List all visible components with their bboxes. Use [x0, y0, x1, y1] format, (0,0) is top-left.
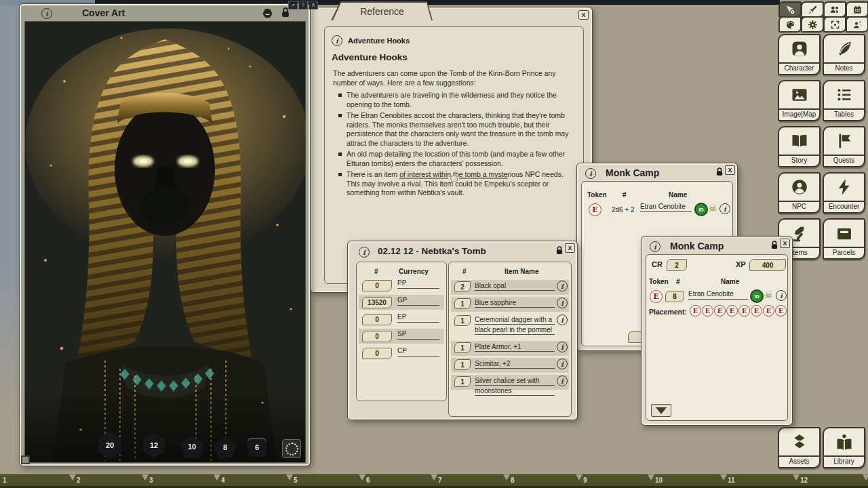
- currency-name[interactable]: SP: [397, 330, 439, 340]
- placement-token[interactable]: E: [775, 305, 787, 317]
- currency-qty-field[interactable]: 0: [362, 314, 392, 325]
- sidebar-button-encounter[interactable]: Encounter: [823, 172, 865, 214]
- npc-name-field[interactable]: Etran Cenobite: [640, 203, 692, 212]
- sidebar-button-assets[interactable]: Assets: [778, 427, 821, 468]
- item-qty-field[interactable]: 2: [454, 281, 471, 292]
- titlebar[interactable]: Monk Camp: [642, 237, 792, 254]
- sidebar-button-story[interactable]: Story: [778, 126, 821, 167]
- skull-icon[interactable]: ☠: [707, 203, 718, 214]
- list-item: The Etran Cenobites accost the character…: [338, 111, 570, 148]
- tool-combat-button[interactable]: [801, 1, 824, 18]
- npc-name-field[interactable]: Etran Cenobite: [688, 290, 748, 300]
- item-qty-field[interactable]: 1: [454, 342, 471, 353]
- tool-pointer-button[interactable]: [778, 1, 802, 18]
- info-icon[interactable]: [557, 342, 568, 352]
- cr-field[interactable]: 2: [667, 259, 687, 271]
- close-button[interactable]: X: [780, 239, 790, 248]
- item-name-field[interactable]: Black opal: [475, 281, 555, 291]
- die-d6[interactable]: 6: [248, 438, 267, 457]
- item-name-field[interactable]: Scimitar, +2: [475, 359, 555, 369]
- placement-token[interactable]: E: [690, 305, 701, 317]
- token-targeting-button[interactable]: [282, 439, 301, 458]
- npc-token[interactable]: E: [650, 290, 663, 303]
- info-icon[interactable]: [557, 359, 568, 369]
- npc-token[interactable]: E: [589, 203, 601, 216]
- item-name-field[interactable]: Plate Armor, +1: [475, 342, 555, 352]
- info-icon[interactable]: [557, 281, 568, 291]
- scroll-down-button[interactable]: [651, 404, 671, 417]
- titlebar[interactable]: 02.12 12 - Nebtka's Tomb: [348, 241, 577, 260]
- info-icon[interactable]: [557, 298, 568, 308]
- tool-targeting-button[interactable]: [823, 16, 846, 33]
- info-icon[interactable]: [650, 241, 660, 252]
- close-button[interactable]: X: [309, 1, 318, 9]
- id-badge[interactable]: ID: [750, 289, 764, 303]
- info-icon[interactable]: [585, 168, 596, 179]
- currency-qty-field[interactable]: 0: [362, 331, 392, 342]
- cover-art-titlebar[interactable]: Cover Art: [20, 4, 310, 21]
- currency-name[interactable]: CP: [397, 347, 439, 357]
- item-qty-field[interactable]: 1: [454, 315, 471, 326]
- placement-token[interactable]: E: [702, 305, 713, 317]
- help-button[interactable]: ?: [298, 1, 308, 9]
- column-header-count: #: [676, 278, 680, 285]
- window-title: Monk Camp: [670, 241, 724, 251]
- info-icon[interactable]: [332, 35, 342, 46]
- titlebar[interactable]: Monk Camp: [577, 163, 737, 181]
- currency-name[interactable]: EP: [397, 313, 439, 323]
- item-name-field[interactable]: Blue sapphire: [475, 298, 555, 308]
- info-icon[interactable]: [557, 314, 568, 325]
- sidebar-button-notes[interactable]: Notes: [823, 34, 865, 75]
- close-button[interactable]: X: [565, 243, 575, 253]
- npc-count-field[interactable]: 8: [665, 291, 684, 302]
- sidebar-button-parcels[interactable]: Parcels: [823, 218, 865, 260]
- tool-options-button[interactable]: [801, 16, 824, 33]
- sidebar-button-library[interactable]: Library: [823, 427, 865, 468]
- tool-calendar-button[interactable]: [846, 1, 868, 18]
- info-icon[interactable]: [557, 375, 568, 386]
- items-panel: # Item Name 2 Black opal 1 Blue sapphire…: [448, 262, 572, 417]
- placement-token[interactable]: E: [714, 305, 726, 317]
- reference-tab[interactable]: Reference: [331, 1, 433, 20]
- info-icon[interactable]: [359, 247, 370, 258]
- sidebar-button-quests[interactable]: Quests: [823, 126, 865, 167]
- resize-grip[interactable]: [21, 455, 30, 464]
- item-name-field[interactable]: Silver chalice set with moonstones: [475, 375, 555, 396]
- close-button[interactable]: X: [725, 165, 735, 175]
- currency-name[interactable]: GP: [397, 296, 439, 306]
- xp-field[interactable]: 400: [749, 259, 786, 271]
- tool-colors-button[interactable]: [778, 16, 802, 33]
- sidebar-button-character[interactable]: Character: [778, 34, 821, 75]
- currency-name[interactable]: PP: [397, 279, 439, 289]
- sidebar-button-image-map[interactable]: Image|Map: [778, 80, 821, 121]
- info-icon[interactable]: [41, 8, 52, 19]
- shared-icon[interactable]: [262, 7, 273, 22]
- item-qty-field[interactable]: 1: [454, 376, 471, 387]
- currency-qty-field[interactable]: 0: [362, 348, 392, 359]
- tool-effects-button[interactable]: [846, 16, 868, 33]
- currency-qty-field[interactable]: 13520: [362, 297, 392, 308]
- item-qty-field[interactable]: 1: [454, 359, 471, 370]
- item-qty-field[interactable]: 1: [454, 298, 471, 309]
- sidebar-button-tables[interactable]: Tables: [823, 80, 865, 121]
- placement-token[interactable]: E: [738, 305, 750, 317]
- lock-icon[interactable]: [715, 167, 724, 180]
- sidebar-button-npc[interactable]: NPC: [778, 172, 821, 214]
- lock-icon[interactable]: [555, 245, 564, 258]
- id-badge[interactable]: ID: [694, 203, 708, 216]
- hotkey-ruler[interactable]: 1 2 3 4 5 6 7 8 9 10 11 12: [0, 474, 868, 488]
- npc-count[interactable]: 2d6 + 2: [612, 206, 635, 214]
- close-button[interactable]: X: [578, 10, 589, 20]
- tool-party-button[interactable]: [823, 1, 846, 18]
- item-name-field[interactable]: Ceremonial dagger with a black pearl in …: [475, 314, 555, 335]
- info-icon[interactable]: [719, 203, 730, 214]
- placement-token[interactable]: E: [751, 305, 762, 317]
- xp-label: XP: [736, 260, 746, 268]
- info-icon[interactable]: [776, 290, 787, 301]
- placement-token[interactable]: E: [763, 305, 774, 317]
- currency-qty-field[interactable]: 0: [362, 280, 392, 291]
- placement-token[interactable]: E: [726, 305, 738, 317]
- skull-icon[interactable]: ☠: [763, 289, 774, 300]
- lock-icon[interactable]: [770, 240, 778, 253]
- resize-button[interactable]: ↗: [288, 1, 298, 9]
